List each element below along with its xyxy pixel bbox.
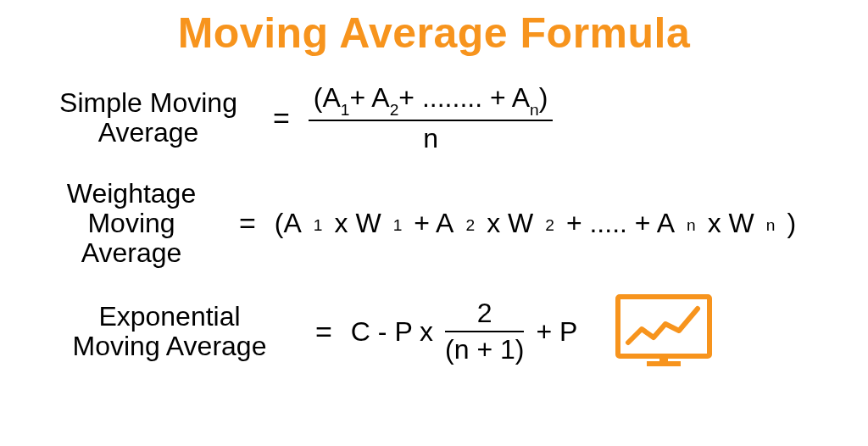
ema-label: Exponential Moving Average [42,302,297,361]
ema-left: C - P x [351,316,433,348]
sma-label: Simple Moving Average [42,88,254,148]
formula-list: Simple Moving Average = (A1+ A2+ .......… [34,83,834,370]
sma-denominator: n [423,121,438,153]
wma-equals: = [239,207,256,240]
sma-expression: (A1+ A2+ ........ + An) n [309,83,554,153]
chart-icon [613,293,715,370]
sma-label-line2: Average [98,117,199,148]
wma-expression: (A1 x W1 + A2 x W2 + ..... + An x Wn) [275,208,796,239]
formula-wma: Weightage Moving Average = (A1 x W1 + A2… [34,179,834,269]
svg-rect-2 [659,356,668,363]
ema-numerator: 2 [472,298,498,331]
wma-label-line1: Weightage [67,178,196,209]
wma-label: Weightage Moving Average [42,179,220,269]
ema-equals: = [315,315,332,348]
formula-sma: Simple Moving Average = (A1+ A2+ .......… [34,83,834,153]
formula-ema: Exponential Moving Average = C - P x 2 (… [34,293,834,370]
ema-right: + P [536,316,577,348]
ema-expression: C - P x 2 (n + 1) + P [351,298,578,365]
ema-label-line2: Moving Average [73,331,267,361]
page-title: Moving Average Formula [34,8,834,58]
sma-label-line1: Simple Moving [59,87,237,118]
wma-label-line2: Moving [87,208,175,238]
wma-label-line3: Average [81,237,182,268]
sma-equals: = [273,102,290,135]
sma-numerator: (A1+ A2+ ........ + An) [309,83,554,120]
ema-label-line1: Exponential [98,301,240,332]
ema-denominator: (n + 1) [445,332,524,365]
